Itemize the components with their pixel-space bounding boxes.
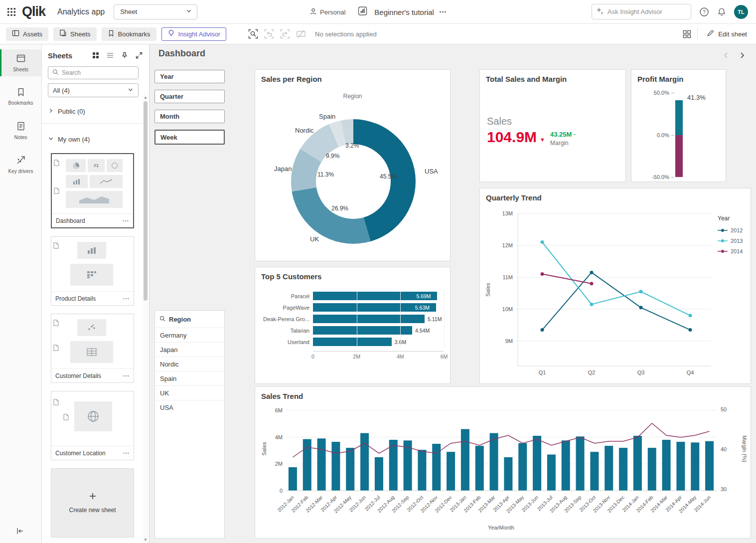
sheet-card-dashboard[interactable]: #1 Dashboard [51, 153, 134, 228]
section-public[interactable]: Public (0) [48, 105, 85, 117]
app-switcher-icon[interactable] [7, 7, 16, 16]
gauge-positive-bar[interactable] [675, 100, 683, 135]
data-point[interactable] [590, 303, 594, 306]
data-point[interactable] [541, 272, 544, 276]
sales-bar[interactable] [475, 446, 484, 491]
region-value-uk[interactable]: UK [155, 385, 224, 400]
top5-bar-userland[interactable] [313, 338, 392, 346]
sales-bar[interactable] [447, 452, 455, 491]
rail-item-key-drivers[interactable]: Key drivers [0, 151, 41, 178]
sales-bar[interactable] [289, 467, 297, 491]
sales-bar[interactable] [705, 441, 714, 491]
sales-bar[interactable] [562, 440, 570, 491]
sheets-search[interactable] [48, 66, 139, 79]
sheet-layout-grid-icon[interactable] [683, 30, 691, 38]
sheet-more-options-icon[interactable] [123, 295, 130, 302]
pin-panel-icon[interactable] [120, 50, 130, 60]
region-value-japan[interactable]: Japan [155, 342, 224, 357]
gauge-negative-bar[interactable] [675, 135, 683, 177]
sales-bar[interactable] [389, 440, 398, 491]
region-listbox-header[interactable]: Region [155, 311, 224, 328]
scroll-up-icon[interactable]: ▲ [143, 95, 149, 100]
filter-button-month[interactable]: Month [154, 110, 225, 123]
edit-sheet-button[interactable]: Edit sheet [704, 24, 756, 44]
sales-bar[interactable] [547, 455, 556, 491]
more-options-icon[interactable] [439, 8, 447, 16]
rail-item-sheets[interactable]: Sheets [0, 49, 41, 76]
rail-item-bookmarks[interactable]: Bookmarks [0, 83, 41, 110]
scroll-down-icon[interactable]: ▼ [143, 538, 149, 542]
notifications-bell-icon[interactable] [717, 7, 726, 16]
data-point[interactable] [639, 306, 643, 309]
sales-bar[interactable] [605, 446, 613, 491]
kpi-value-row[interactable]: 104.9M ▼ 43.25M · Margin [487, 129, 576, 147]
sheet-more-options-icon[interactable] [122, 217, 129, 224]
donut-ring[interactable] [291, 119, 416, 244]
data-point[interactable] [541, 328, 544, 332]
sales-bar[interactable] [533, 436, 541, 491]
insight-advisor-input[interactable] [607, 8, 687, 15]
salestrend-plot[interactable]: 6M4M2M05040302012-Jan2012-Feb2012-Mar201… [255, 387, 751, 538]
sales-bar[interactable] [490, 433, 498, 491]
sales-bar[interactable] [317, 438, 326, 491]
sales-bar[interactable] [518, 443, 527, 491]
sales-bar[interactable] [375, 457, 383, 491]
create-new-sheet-button[interactable]: Create new sheet [51, 468, 134, 538]
next-sheet-icon[interactable] [738, 51, 746, 59]
sheet-card-product-details[interactable]: Product Details [51, 236, 134, 306]
space-indicator[interactable]: Personal [309, 7, 345, 17]
previous-sheet-icon[interactable] [722, 51, 730, 59]
filter-button-quarter[interactable]: Quarter [154, 90, 225, 103]
series-line-2014[interactable] [542, 274, 592, 284]
avatar[interactable]: TL [734, 5, 748, 19]
sheet-more-options-icon[interactable] [123, 450, 130, 457]
quarterly-plot[interactable]: 13M12M11M10M9MQ1Q2Q3Q4SalesYear201220132… [480, 188, 751, 383]
sheet-navigation-dropdown[interactable]: Sheet [114, 4, 197, 19]
region-value-usa[interactable]: USA [155, 400, 224, 414]
scrollbar-thumb[interactable] [144, 101, 148, 301]
grid-view-icon[interactable] [91, 50, 101, 60]
data-point[interactable] [590, 282, 594, 285]
collapse-rail-icon[interactable] [16, 527, 24, 535]
filter-button-week[interactable]: Week [154, 130, 225, 145]
sales-bar[interactable] [360, 433, 369, 491]
sales-bar[interactable] [590, 452, 599, 491]
sheets-search-input[interactable] [62, 69, 134, 76]
sales-bar[interactable] [331, 442, 340, 491]
sales-bar[interactable] [662, 440, 671, 491]
bookmarks-button[interactable]: Bookmarks [102, 27, 156, 41]
sales-bar[interactable] [504, 457, 512, 491]
sheet-card-customer-details[interactable]: Customer Details [51, 314, 134, 383]
assets-button[interactable]: Assets [6, 27, 48, 41]
sales-bar[interactable] [346, 448, 354, 491]
sales-bar[interactable] [633, 436, 642, 491]
top5-bar-deak-perera-gro-[interactable] [313, 315, 425, 323]
sales-bar[interactable] [676, 442, 685, 491]
list-view-icon[interactable] [105, 50, 115, 60]
search-selections-icon[interactable] [248, 29, 258, 39]
step-forward-selection-icon[interactable] [280, 29, 290, 39]
insight-advisor-search[interactable] [592, 4, 691, 19]
sales-bar[interactable] [576, 436, 585, 491]
filter-button-year[interactable]: Year [154, 70, 225, 83]
sales-bar[interactable] [461, 429, 469, 491]
data-point[interactable] [639, 290, 643, 293]
data-point[interactable] [590, 271, 594, 274]
step-back-selection-icon[interactable] [264, 29, 274, 39]
margin-line[interactable] [293, 423, 709, 457]
top5-bar-talarian[interactable] [313, 326, 412, 335]
sales-bar[interactable] [303, 439, 311, 491]
sheets-button[interactable]: Sheets [53, 27, 96, 41]
rail-item-notes[interactable]: Notes [0, 117, 41, 144]
data-point[interactable] [689, 328, 692, 332]
panel-scrollbar[interactable]: ▲ ▼ [143, 94, 149, 543]
sales-bar[interactable] [619, 448, 627, 491]
sheets-filter-dropdown[interactable]: All (4) [48, 83, 139, 97]
data-point[interactable] [689, 314, 692, 317]
clear-selections-icon[interactable] [296, 29, 306, 39]
sales-bar[interactable] [691, 442, 699, 491]
region-value-nordic[interactable]: Nordic [155, 357, 224, 371]
expand-panel-icon[interactable] [134, 50, 144, 60]
region-value-germany[interactable]: Germany [155, 328, 224, 342]
sales-bar[interactable] [648, 448, 656, 491]
